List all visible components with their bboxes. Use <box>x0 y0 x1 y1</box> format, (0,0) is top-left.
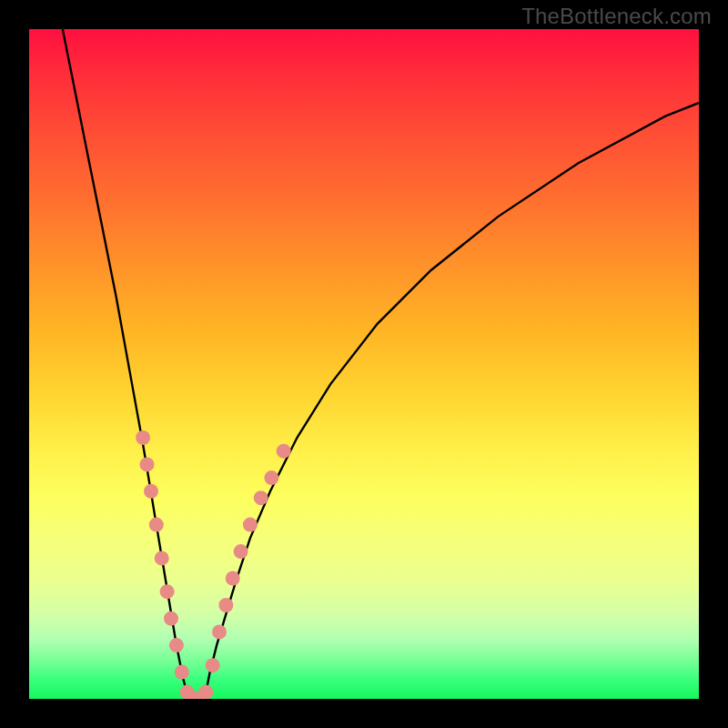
data-marker <box>234 544 248 559</box>
data-marker <box>140 457 155 471</box>
data-marker <box>254 490 268 505</box>
data-marker <box>160 584 175 599</box>
data-marker <box>264 470 278 485</box>
plot-area <box>29 29 699 699</box>
data-marker <box>155 551 169 565</box>
watermark-text: TheBottleneck.com <box>521 4 712 29</box>
data-marker <box>277 444 291 459</box>
curve-right <box>205 103 699 699</box>
data-marker <box>136 430 150 445</box>
marker-group <box>136 430 291 699</box>
data-marker <box>226 571 240 586</box>
data-marker <box>218 598 233 612</box>
data-marker <box>175 665 189 680</box>
data-marker <box>144 484 158 499</box>
chart-svg <box>29 29 699 699</box>
data-marker <box>149 518 164 532</box>
data-marker <box>169 638 184 652</box>
chart-frame: TheBottleneck.com <box>0 0 728 728</box>
data-marker <box>212 624 227 639</box>
data-marker <box>164 612 178 626</box>
data-marker <box>206 658 220 672</box>
data-marker <box>243 518 258 532</box>
